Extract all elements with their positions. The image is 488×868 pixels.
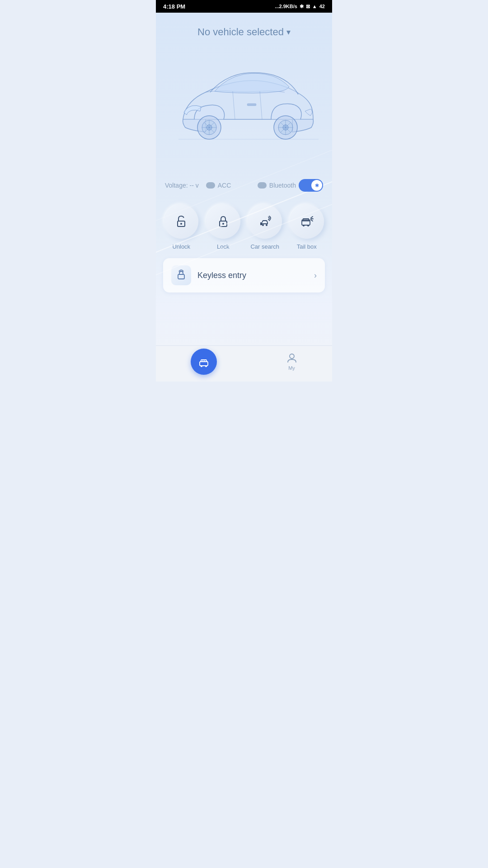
acc-label: ACC xyxy=(218,182,231,189)
nav-my-label: My xyxy=(288,365,295,371)
tail-box-button-circle xyxy=(290,204,324,239)
action-buttons: Unlock Lock xyxy=(156,197,332,254)
stats-bar: Voltage: -- v ACC Bluetooth ✱ xyxy=(156,174,332,197)
tail-box-button[interactable]: Tail box xyxy=(290,204,324,250)
car-search-icon xyxy=(258,214,272,229)
svg-rect-31 xyxy=(178,274,184,279)
bottom-nav: My xyxy=(156,345,332,382)
bluetooth-toggle-group: Bluetooth ✱ xyxy=(258,179,323,192)
car-search-label: Car search xyxy=(250,243,279,250)
vehicle-selector[interactable]: No vehicle selected ▾ xyxy=(156,13,332,38)
lock-icon xyxy=(216,214,230,229)
svg-point-33 xyxy=(201,365,202,367)
keyless-icon xyxy=(175,269,188,282)
status-bar: 4:18 PM ...2.9KB/s ✱ ⊠ ▲ 42 xyxy=(156,0,332,13)
bluetooth-status-icon: ✱ xyxy=(300,4,304,9)
home-car-icon xyxy=(197,355,210,368)
svg-point-30 xyxy=(307,225,309,226)
acc-indicator: ACC xyxy=(206,182,231,189)
unlock-button[interactable]: Unlock xyxy=(164,204,198,250)
svg-rect-28 xyxy=(302,220,310,221)
nav-home-fab[interactable] xyxy=(191,349,217,375)
vehicle-name: No vehicle selected xyxy=(197,26,284,38)
car-search-button-circle xyxy=(248,204,282,239)
lock-label: Lock xyxy=(217,243,229,250)
wifi-icon: ▲ xyxy=(312,4,317,9)
keyless-icon-wrap xyxy=(171,265,191,285)
svg-point-20 xyxy=(180,223,182,225)
network-speed: ...2.9KB/s xyxy=(275,4,297,9)
svg-point-25 xyxy=(266,224,267,226)
bluetooth-icon: ✱ xyxy=(315,183,319,189)
lock-button[interactable]: Lock xyxy=(206,204,240,250)
svg-point-34 xyxy=(205,365,207,367)
unlock-icon xyxy=(174,214,188,229)
svg-rect-17 xyxy=(247,104,256,106)
svg-marker-23 xyxy=(260,222,262,225)
unlock-button-circle xyxy=(164,204,198,239)
time: 4:18 PM xyxy=(163,3,185,10)
acc-dot xyxy=(206,182,215,189)
main-container: No vehicle selected ▾ xyxy=(156,13,332,382)
tail-box-icon xyxy=(299,214,314,229)
bluetooth-toggle[interactable]: ✱ xyxy=(299,179,323,192)
svg-point-37 xyxy=(290,354,294,359)
voltage-display: Voltage: -- v xyxy=(165,182,199,189)
toggle-knob: ✱ xyxy=(311,180,322,191)
nav-my[interactable]: My xyxy=(286,352,298,371)
status-icons: ...2.9KB/s ✱ ⊠ ▲ 42 xyxy=(275,4,325,9)
keyless-label: Keyless entry xyxy=(197,271,314,280)
battery-level: 42 xyxy=(319,4,325,9)
car-illustration xyxy=(156,42,332,169)
unlock-label: Unlock xyxy=(172,243,190,250)
chevron-down-icon: ▾ xyxy=(286,27,291,37)
svg-rect-32 xyxy=(200,362,208,366)
car-search-button[interactable]: Car search xyxy=(248,204,282,250)
car-svg xyxy=(169,61,319,151)
message-icon: ⊠ xyxy=(306,4,310,9)
bluetooth-dot xyxy=(258,182,267,189)
keyless-chevron-icon: › xyxy=(314,271,317,280)
profile-icon xyxy=(286,352,298,364)
bluetooth-label: Bluetooth xyxy=(269,182,296,189)
keyless-entry[interactable]: Keyless entry › xyxy=(163,258,325,292)
svg-point-22 xyxy=(222,223,224,225)
lock-button-circle xyxy=(206,204,240,239)
svg-point-24 xyxy=(262,224,264,226)
svg-point-29 xyxy=(303,225,305,226)
tail-box-label: Tail box xyxy=(297,243,317,250)
